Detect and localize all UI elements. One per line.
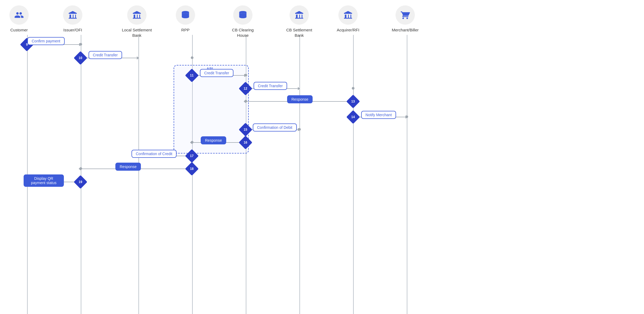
participant-merchant: Merchant/Biller (392, 0, 419, 33)
confirmation-debit-label: Confirmation of Debit (253, 123, 297, 132)
dot-12-end (352, 87, 354, 90)
dot-15-end (298, 128, 301, 131)
response-13-label: Response (287, 95, 313, 103)
participant-cb-clearing: CB Clearing House (227, 0, 259, 38)
lifeline-local-bank (138, 35, 139, 314)
response-18-label: Response (115, 163, 141, 171)
customer-icon (9, 5, 29, 25)
lifeline-issuer (81, 35, 81, 314)
acquirer-label: Acquirer/RFI (337, 27, 359, 33)
cb-clearing-icon (233, 5, 253, 25)
dot-9-end (79, 43, 82, 46)
step-18: 18 (185, 162, 199, 176)
dot-11-end (244, 74, 247, 76)
dot-14-end (405, 115, 408, 118)
notify-merchant-label: Notify Merchant (361, 111, 396, 119)
confirm-payment-label: Confirm payment (27, 37, 65, 45)
cb-settlement-label: CB Settlement Bank (283, 27, 315, 38)
step-13: 13 (346, 95, 360, 108)
credit-transfer-11-label: Credit Transfer (200, 69, 233, 77)
participant-acquirer: Acquirer/RFI (337, 0, 359, 33)
dot-18-end (79, 167, 82, 170)
cb-settlement-icon (290, 5, 309, 25)
credit-transfer-10-label: Credit Transfer (89, 51, 122, 59)
lifeline-acquirer (353, 35, 354, 314)
participant-customer: Customer (9, 0, 29, 33)
participant-cb-settlement: CB Settlement Bank (283, 0, 315, 38)
participant-rpp: RPP (176, 0, 195, 33)
participant-local-bank: Local Settlement Bank (121, 0, 153, 38)
svg-point-0 (182, 11, 189, 13)
step-10: 10 (74, 51, 87, 65)
issuer-icon (63, 5, 82, 25)
diagram-container: Customer Issuer/OFI Local Settlement Ban… (0, 0, 644, 314)
response-16-label: Response (201, 136, 226, 144)
dot-13-end (244, 100, 247, 103)
local-bank-icon (127, 5, 147, 25)
customer-label: Customer (10, 27, 28, 33)
cb-clearing-label: CB Clearing House (227, 27, 259, 38)
dot-10-end (191, 56, 193, 59)
rpp-label: RPP (181, 27, 190, 33)
rpp-icon (176, 5, 195, 25)
display-qr-label: Display QR payment status (24, 174, 64, 187)
step-19: 19 (74, 175, 87, 189)
svg-point-1 (239, 11, 247, 13)
participant-issuer: Issuer/OFI (63, 0, 82, 33)
lifeline-merchant (407, 35, 407, 314)
merchant-icon (396, 5, 415, 25)
dot-16-end (191, 141, 193, 144)
confirmation-credit-label: Confirmation of Credit (131, 150, 177, 158)
step-14: 14 (346, 110, 360, 124)
merchant-label: Merchant/Biller (392, 27, 419, 33)
acquirer-icon (338, 5, 358, 25)
local-bank-label: Local Settlement Bank (121, 27, 153, 38)
lifeline-cb-settlement (299, 35, 300, 314)
issuer-label: Issuer/OFI (63, 27, 82, 33)
credit-transfer-12-label: Credit Transfer (254, 82, 287, 90)
